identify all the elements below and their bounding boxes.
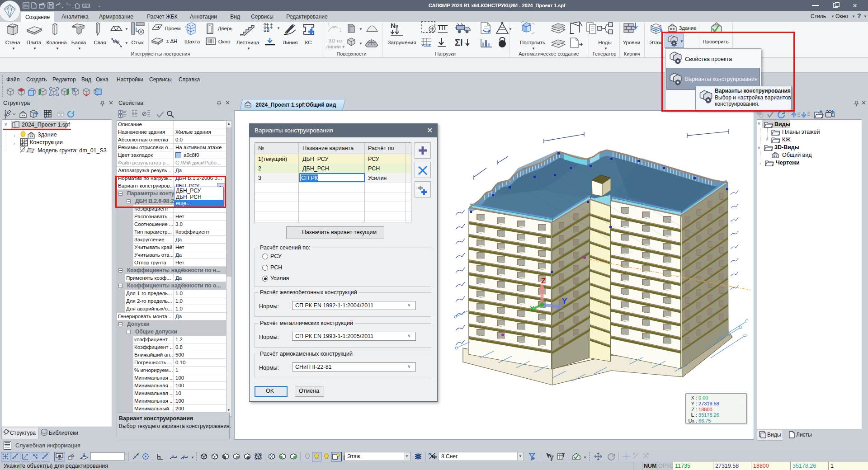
svg-text:y: y (183, 454, 185, 459)
svg-text:ΣΙ: ΣΙ (455, 38, 463, 47)
svg-text:X: X (530, 305, 534, 312)
svg-text:№: № (432, 454, 437, 459)
svg-text:Z: Z (541, 277, 546, 285)
svg-text:Y: Y (562, 297, 567, 306)
svg-text:x: x (172, 454, 174, 459)
svg-text:1: 1 (327, 22, 330, 27)
svg-text:1: 1 (339, 28, 342, 33)
